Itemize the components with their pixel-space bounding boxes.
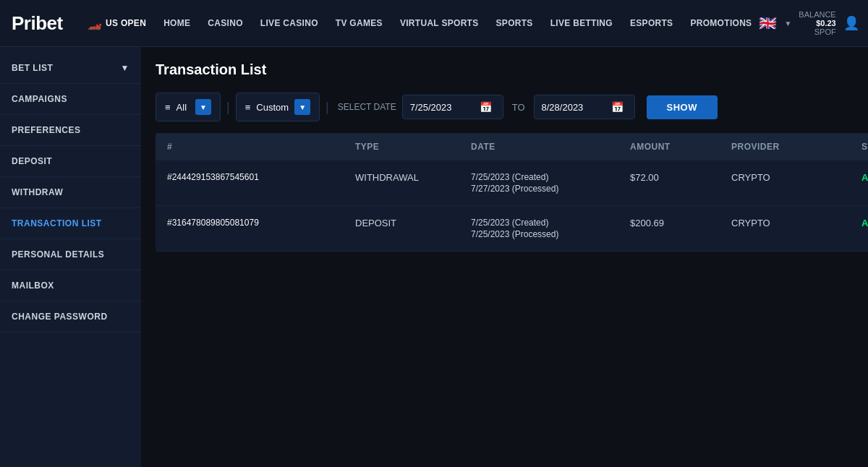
layout: BET LIST ▼ CAMPAIGNS PREFERENCES DEPOSIT… [0,47,868,467]
cell-id-1: #244429153867545601 [167,172,355,194]
page-title: Transaction List [156,61,868,78]
col-header-date: Date [471,142,630,152]
cell-id-2: #316478089805081079 [167,218,355,239]
filter-divider-2: | [326,100,329,115]
flag-icon[interactable]: 🇬🇧 [759,14,777,32]
nav-item-esports[interactable]: ESPORTS [623,14,680,33]
all-filter-select[interactable]: ≡ All ▼ [156,93,221,121]
date-processed-2: 7/25/2023 (Processed) [471,229,558,239]
sidebar-item-deposit[interactable]: DEPOSIT [0,146,141,177]
nav-item-tv-games[interactable]: TV GAMES [328,14,390,33]
cell-provider-2: CRYPTO [731,218,861,239]
col-header-amount: Amount [630,142,731,152]
nav-item-home[interactable]: HOME [156,14,197,33]
sidebar-item-change-password[interactable]: CHANGE PASSWORD [0,301,141,333]
sidebar-item-personal-details[interactable]: PERSONAL DETAILS [0,239,141,270]
nav-item-us-open[interactable]: 🏎️ US OPEN [80,12,153,35]
date-from-input[interactable]: 📅 [402,95,503,119]
sidebar-item-mailbox[interactable]: MAILBOX [0,270,141,301]
date-processed-1: 7/27/2023 (Processed) [471,184,558,194]
nav-item-live-casino[interactable]: LIVE CASINO [253,14,326,33]
table-row[interactable]: #244429153867545601 WITHDRAWAL 7/25/2023… [156,160,868,206]
cell-type-1: WITHDRAWAL [355,172,471,194]
date-created-1: 7/25/2023 (Created) [471,172,548,182]
col-header-status: Status [861,142,868,152]
date-to-input[interactable]: 📅 [534,95,635,119]
table-header: # Type Date Amount Provider Status [156,133,868,160]
filter-divider: | [226,100,230,115]
cell-type-2: DEPOSIT [355,218,471,239]
col-header-provider: Provider [731,142,861,152]
chevron-down-icon: ▼ [121,63,129,73]
to-label: TO [512,102,525,113]
cell-provider-1: CRYPTO [731,172,861,194]
sidebar-item-campaigns[interactable]: CAMPAIGNS [0,84,141,115]
main-nav: 🏎️ US OPEN HOME CASINO LIVE CASINO TV GA… [80,12,760,35]
col-header-id: # [167,142,355,152]
custom-filter-icon: ≡ [245,102,251,113]
filter-bar: ≡ All ▼ | ≡ Custom ▼ | SELECT DATE 📅 TO … [156,93,868,121]
cell-date-2: 7/25/2023 (Created) 7/25/2023 (Processed… [471,218,630,239]
balance-info: BALANCE $0.23 SPOF [799,10,835,36]
cell-amount-1: $72.00 [630,172,731,194]
header: Pribet 🏎️ US OPEN HOME CASINO LIVE CASIN… [0,0,868,47]
nav-item-virtual-sports[interactable]: VIRTUAL SPORTS [393,14,486,33]
nav-item-promotions[interactable]: PROMOTIONS [683,14,759,33]
calendar-from-icon[interactable]: 📅 [480,101,492,113]
date-from-field[interactable] [410,102,475,113]
custom-filter-chevron-icon: ▼ [294,99,310,115]
nav-item-casino[interactable]: CASINO [200,14,250,33]
show-button[interactable]: SHOW [647,95,718,119]
sidebar: BET LIST ▼ CAMPAIGNS PREFERENCES DEPOSIT… [0,47,141,467]
select-date-label: SELECT DATE [338,102,396,112]
header-right: 🇬🇧 ▼ BALANCE $0.23 SPOF 👤 [759,10,859,36]
us-open-icon: 🏎️ [88,17,102,30]
table-row[interactable]: #316478089805081079 DEPOSIT 7/25/2023 (C… [156,206,868,252]
cell-date-1: 7/25/2023 (Created) 7/27/2023 (Processed… [471,172,630,194]
all-filter-chevron-icon: ▼ [195,99,211,115]
sidebar-item-bet-list[interactable]: BET LIST ▼ [0,53,141,84]
sidebar-item-transaction-list[interactable]: TRANSACTION LIST [0,208,141,239]
nav-item-live-betting[interactable]: LIVE BETTING [543,14,620,33]
cell-status-1: APPROVED [861,172,868,194]
user-icon[interactable]: 👤 [843,15,859,31]
calendar-to-icon[interactable]: 📅 [611,101,624,113]
sidebar-item-withdraw[interactable]: WITHDRAW [0,177,141,208]
language-chevron-icon[interactable]: ▼ [784,20,791,27]
cell-amount-2: $200.69 [630,218,731,239]
sidebar-item-preferences[interactable]: PREFERENCES [0,115,141,146]
cell-status-2: APPROVED [861,218,868,239]
date-created-2: 7/25/2023 (Created) [471,218,548,228]
transaction-table: # Type Date Amount Provider Status #2444… [156,133,868,252]
main-content: Transaction List ≡ All ▼ | ≡ Custom ▼ | … [141,47,868,467]
nav-item-sports[interactable]: SPORTS [489,14,540,33]
col-header-type: Type [355,142,471,152]
filter-icon: ≡ [165,102,171,113]
date-to-field[interactable] [542,102,607,113]
logo[interactable]: Pribet [12,12,63,35]
custom-filter-select[interactable]: ≡ Custom ▼ [236,93,320,121]
